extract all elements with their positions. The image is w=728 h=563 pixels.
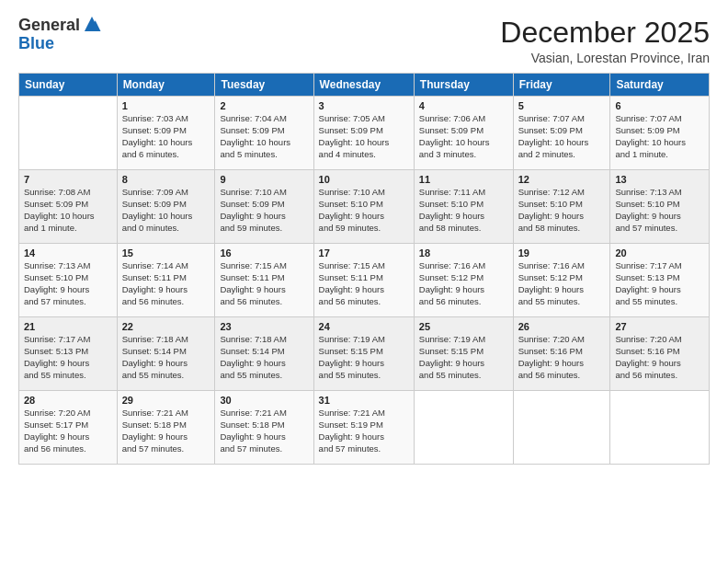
day-number: 13 [615, 174, 704, 185]
day-number: 20 [615, 247, 704, 259]
day-info: Sunrise: 7:04 AMSunset: 5:09 PMDaylight:… [220, 113, 308, 160]
day-info: Sunrise: 7:13 AMSunset: 5:10 PMDaylight:… [615, 187, 704, 234]
day-number: 3 [319, 100, 409, 111]
calendar-cell: 2Sunrise: 7:04 AMSunset: 5:09 PMDaylight… [215, 97, 313, 170]
day-info: Sunrise: 7:06 AMSunset: 5:09 PMDaylight:… [419, 113, 508, 160]
calendar-cell [414, 391, 513, 465]
calendar-cell: 4Sunrise: 7:06 AMSunset: 5:09 PMDaylight… [414, 97, 513, 170]
calendar-cell: 24Sunrise: 7:19 AMSunset: 5:15 PMDayligh… [313, 317, 414, 391]
calendar-cell: 5Sunrise: 7:07 AMSunset: 5:09 PMDaylight… [513, 97, 610, 170]
day-number: 8 [122, 174, 210, 185]
day-number: 10 [319, 174, 409, 185]
calendar-cell: 27Sunrise: 7:20 AMSunset: 5:16 PMDayligh… [610, 317, 710, 391]
day-info: Sunrise: 7:08 AMSunset: 5:09 PMDaylight:… [24, 187, 112, 234]
calendar-cell: 26Sunrise: 7:20 AMSunset: 5:16 PMDayligh… [513, 317, 610, 391]
day-info: Sunrise: 7:15 AMSunset: 5:11 PMDaylight:… [220, 260, 308, 307]
weekday-header-thursday: Thursday [414, 74, 513, 97]
day-number: 9 [220, 174, 308, 185]
day-info: Sunrise: 7:17 AMSunset: 5:13 PMDaylight:… [24, 334, 112, 381]
day-info: Sunrise: 7:19 AMSunset: 5:15 PMDaylight:… [419, 334, 508, 381]
calendar-cell: 28Sunrise: 7:20 AMSunset: 5:17 PMDayligh… [19, 391, 118, 465]
day-info: Sunrise: 7:05 AMSunset: 5:09 PMDaylight:… [319, 113, 409, 160]
day-number: 15 [122, 247, 210, 259]
day-number: 5 [518, 100, 606, 111]
day-info: Sunrise: 7:11 AMSunset: 5:10 PMDaylight:… [419, 187, 508, 234]
calendar-cell [513, 391, 610, 465]
day-number: 27 [615, 321, 704, 332]
day-info: Sunrise: 7:19 AMSunset: 5:15 PMDaylight:… [319, 334, 409, 381]
day-info: Sunrise: 7:16 AMSunset: 5:12 PMDaylight:… [518, 260, 606, 307]
day-info: Sunrise: 7:09 AMSunset: 5:09 PMDaylight:… [122, 187, 210, 234]
day-number: 21 [24, 321, 112, 332]
calendar-cell: 1Sunrise: 7:03 AMSunset: 5:09 PMDaylight… [117, 97, 215, 170]
logo-blue: Blue [18, 35, 102, 53]
day-number: 1 [122, 100, 210, 111]
day-info: Sunrise: 7:13 AMSunset: 5:10 PMDaylight:… [24, 260, 112, 307]
weekday-header-saturday: Saturday [610, 74, 710, 97]
calendar-cell: 16Sunrise: 7:15 AMSunset: 5:11 PMDayligh… [215, 244, 313, 317]
day-info: Sunrise: 7:12 AMSunset: 5:10 PMDaylight:… [518, 187, 606, 234]
day-info: Sunrise: 7:17 AMSunset: 5:13 PMDaylight:… [615, 260, 704, 307]
calendar-cell [610, 391, 710, 465]
logo-general: General [18, 17, 80, 35]
calendar-cell: 25Sunrise: 7:19 AMSunset: 5:15 PMDayligh… [414, 317, 513, 391]
day-number: 11 [419, 174, 508, 185]
day-info: Sunrise: 7:20 AMSunset: 5:16 PMDaylight:… [615, 334, 704, 381]
calendar-cell: 6Sunrise: 7:07 AMSunset: 5:09 PMDaylight… [610, 97, 710, 170]
calendar-cell: 22Sunrise: 7:18 AMSunset: 5:14 PMDayligh… [117, 317, 215, 391]
calendar-cell [19, 97, 118, 170]
day-info: Sunrise: 7:20 AMSunset: 5:17 PMDaylight:… [24, 408, 112, 454]
day-number: 28 [24, 395, 112, 406]
month-title: December 2025 [500, 17, 710, 49]
weekday-header-friday: Friday [513, 74, 610, 97]
calendar-cell: 18Sunrise: 7:16 AMSunset: 5:12 PMDayligh… [414, 244, 513, 317]
day-number: 30 [220, 395, 308, 406]
weekday-header-tuesday: Tuesday [215, 74, 313, 97]
day-number: 26 [518, 321, 606, 332]
day-number: 14 [24, 247, 112, 259]
day-number: 23 [220, 321, 308, 332]
day-number: 22 [122, 321, 210, 332]
day-info: Sunrise: 7:10 AMSunset: 5:10 PMDaylight:… [319, 187, 409, 234]
day-number: 12 [518, 174, 606, 185]
day-number: 31 [319, 395, 409, 406]
day-info: Sunrise: 7:07 AMSunset: 5:09 PMDaylight:… [615, 113, 704, 160]
day-info: Sunrise: 7:03 AMSunset: 5:09 PMDaylight:… [122, 113, 210, 160]
day-info: Sunrise: 7:18 AMSunset: 5:14 PMDaylight:… [220, 334, 308, 381]
calendar-cell: 14Sunrise: 7:13 AMSunset: 5:10 PMDayligh… [19, 244, 118, 317]
calendar-cell: 19Sunrise: 7:16 AMSunset: 5:12 PMDayligh… [513, 244, 610, 317]
day-info: Sunrise: 7:10 AMSunset: 5:09 PMDaylight:… [220, 187, 308, 234]
calendar-cell: 15Sunrise: 7:14 AMSunset: 5:11 PMDayligh… [117, 244, 215, 317]
calendar-cell: 3Sunrise: 7:05 AMSunset: 5:09 PMDaylight… [313, 97, 414, 170]
subtitle: Vasian, Lorestan Province, Iran [500, 51, 710, 65]
calendar-cell: 9Sunrise: 7:10 AMSunset: 5:09 PMDaylight… [215, 170, 313, 244]
calendar-table: SundayMondayTuesdayWednesdayThursdayFrid… [18, 73, 710, 465]
day-info: Sunrise: 7:18 AMSunset: 5:14 PMDaylight:… [122, 334, 210, 381]
day-number: 4 [419, 100, 508, 111]
logo-icon [82, 14, 102, 34]
calendar-cell: 20Sunrise: 7:17 AMSunset: 5:13 PMDayligh… [610, 244, 710, 317]
day-number: 29 [122, 395, 210, 406]
calendar-cell: 10Sunrise: 7:10 AMSunset: 5:10 PMDayligh… [313, 170, 414, 244]
logo: General Blue [18, 17, 102, 53]
calendar-cell: 8Sunrise: 7:09 AMSunset: 5:09 PMDaylight… [117, 170, 215, 244]
calendar-cell: 23Sunrise: 7:18 AMSunset: 5:14 PMDayligh… [215, 317, 313, 391]
calendar-cell: 11Sunrise: 7:11 AMSunset: 5:10 PMDayligh… [414, 170, 513, 244]
day-number: 2 [220, 100, 308, 111]
calendar-cell: 30Sunrise: 7:21 AMSunset: 5:18 PMDayligh… [215, 391, 313, 465]
weekday-header-wednesday: Wednesday [313, 74, 414, 97]
title-block: December 2025 Vasian, Lorestan Province,… [500, 17, 710, 65]
day-info: Sunrise: 7:20 AMSunset: 5:16 PMDaylight:… [518, 334, 606, 381]
calendar-cell: 29Sunrise: 7:21 AMSunset: 5:18 PMDayligh… [117, 391, 215, 465]
day-number: 25 [419, 321, 508, 332]
calendar-cell: 17Sunrise: 7:15 AMSunset: 5:11 PMDayligh… [313, 244, 414, 317]
calendar-cell: 7Sunrise: 7:08 AMSunset: 5:09 PMDaylight… [19, 170, 118, 244]
calendar-cell: 31Sunrise: 7:21 AMSunset: 5:19 PMDayligh… [313, 391, 414, 465]
day-info: Sunrise: 7:21 AMSunset: 5:19 PMDaylight:… [319, 408, 409, 454]
day-number: 19 [518, 247, 606, 259]
day-info: Sunrise: 7:21 AMSunset: 5:18 PMDaylight:… [220, 408, 308, 454]
day-info: Sunrise: 7:14 AMSunset: 5:11 PMDaylight:… [122, 260, 210, 307]
calendar-cell: 21Sunrise: 7:17 AMSunset: 5:13 PMDayligh… [19, 317, 118, 391]
day-info: Sunrise: 7:16 AMSunset: 5:12 PMDaylight:… [419, 260, 508, 307]
page-header: General Blue December 2025 Vasian, Lores… [18, 17, 710, 65]
